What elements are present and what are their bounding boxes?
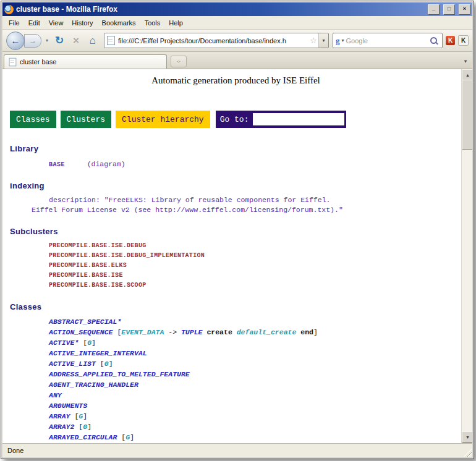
indexing-line: description: "FreeELKS: Library of reusa…	[49, 195, 462, 205]
library-base-link[interactable]: BASE	[49, 161, 65, 168]
subcluster-link[interactable]: PRECOMPILE.BASE.ISE	[49, 271, 462, 281]
class-link[interactable]: TUPLE	[181, 328, 203, 336]
class-link[interactable]: ARRAY2	[49, 423, 74, 431]
class-entry: ABSTRACT_SPECIAL*	[49, 316, 462, 327]
goto-input[interactable]	[253, 113, 344, 125]
status-text: Done	[7, 447, 23, 454]
title-bar[interactable]: cluster base - Mozilla Firefox _ □ ×	[2, 2, 472, 16]
class-signature-text: [	[74, 423, 83, 431]
url-dropdown-icon[interactable]: ▾	[318, 33, 328, 48]
list-all-tabs-icon[interactable]: ▾	[460, 55, 471, 67]
class-link[interactable]: ACTIVE_INTEGER_INTERVAL	[49, 349, 147, 357]
class-link[interactable]: ACTIVE_LIST	[49, 360, 96, 368]
subcluster-list: PRECOMPILE.BASE.ISE.DEBUGPRECOMPILE.BASE…	[49, 241, 462, 290]
class-link[interactable]: ACTION_SEQUENCE	[49, 328, 113, 336]
class-link[interactable]: ABSTRACT_SPECIAL*	[49, 318, 121, 326]
maximize-button[interactable]: □	[443, 4, 455, 15]
history-dropdown-icon[interactable]: ▾	[44, 38, 50, 43]
class-entry: ARRAYED_CIRCULAR [G]	[49, 432, 462, 442]
class-entry: ACTIVE_INTEGER_INTERVAL	[49, 348, 462, 358]
extension-k-icon[interactable]: K	[458, 35, 469, 46]
indexing-block: description: "FreeELKS: Library of reusa…	[10, 195, 462, 215]
search-icon[interactable]	[430, 37, 437, 44]
search-engine-dropdown-icon[interactable]: ▾	[342, 38, 344, 43]
goto-label: Go to:	[216, 115, 253, 124]
menu-item-bookmarks[interactable]: Bookmarks	[98, 17, 140, 28]
clusters-button[interactable]: Clusters	[61, 111, 111, 128]
class-signature-text: ->	[164, 328, 181, 336]
class-signature-text: ]	[87, 423, 91, 431]
class-signature-text: [	[117, 433, 125, 441]
class-signature-text: ]	[313, 328, 318, 336]
class-link[interactable]: ARRAY	[49, 412, 70, 420]
generic-parameter-link[interactable]: default_create	[237, 328, 297, 336]
status-bar: Done	[2, 443, 472, 457]
resize-grip[interactable]	[464, 449, 472, 457]
stop-icon[interactable]: ×	[69, 33, 83, 48]
class-signature-text: [	[96, 360, 104, 368]
minimize-button[interactable]: _	[428, 4, 440, 15]
document-page: Automatic generation produced by ISE Eif…	[2, 69, 462, 443]
class-entry: AGENT_TRACING_HANDLER	[49, 379, 462, 390]
tab-strip-stub: ⁘	[171, 56, 187, 67]
doc-nav-buttons: Classes Clusters Cluster hierarchy Go to…	[10, 111, 462, 128]
menu-item-edit[interactable]: Edit	[24, 17, 45, 28]
class-signature-text: ]	[109, 360, 113, 368]
class-entry: ANY	[49, 390, 462, 400]
menu-item-history[interactable]: History	[67, 17, 97, 28]
classes-button[interactable]: Classes	[10, 111, 56, 128]
class-entry: ARGUMENTS	[49, 400, 462, 411]
close-button[interactable]: ×	[459, 4, 470, 15]
class-link[interactable]: ARGUMENTS	[49, 402, 87, 410]
menu-bar: FileEditViewHistoryBookmarksToolsHelp	[2, 16, 472, 30]
search-input[interactable]: Google	[346, 37, 428, 44]
url-input[interactable]: file:///C:/Eiffel Projects/tour/Document…	[118, 37, 308, 44]
library-diagram-link[interactable]: (diagram)	[87, 160, 125, 168]
bookmark-star-icon[interactable]: ☆	[310, 36, 317, 45]
forward-button[interactable]: →	[24, 34, 41, 48]
page-banner: Automatic generation produced by ISE Eif…	[10, 75, 462, 86]
window-title: cluster base - Mozilla Firefox	[16, 5, 424, 14]
library-entry: BASE (diagram)	[49, 158, 462, 169]
content-area: Automatic generation produced by ISE Eif…	[2, 69, 472, 443]
navigation-toolbar: ← → ▾ ↻ × ⌂ file:///C:/Eiffel Projects/t…	[2, 30, 472, 52]
back-button[interactable]: ←	[6, 32, 25, 50]
url-bar[interactable]: file:///C:/Eiffel Projects/tour/Document…	[104, 33, 329, 48]
eiffel-keyword: create	[206, 328, 232, 336]
menu-item-file[interactable]: File	[4, 17, 24, 28]
class-signature-text: ]	[91, 339, 96, 347]
class-link[interactable]: ACTIVE*	[49, 339, 79, 347]
subcluster-link[interactable]: PRECOMPILE.BASE.ISE.DEBUG	[49, 241, 462, 251]
scrollbar-thumb[interactable]	[462, 80, 472, 150]
subclusters-heading: Subclusters	[10, 227, 462, 236]
firefox-icon	[4, 5, 14, 14]
menu-item-help[interactable]: Help	[164, 17, 187, 28]
vertical-scrollbar[interactable]: ▲ ▼	[461, 69, 472, 443]
cluster-hierarchy-button[interactable]: Cluster hierarchy	[116, 111, 210, 128]
generic-parameter-link[interactable]: G	[87, 339, 91, 347]
home-icon[interactable]: ⌂	[85, 33, 100, 48]
indexing-heading: indexing	[10, 181, 462, 190]
page-favicon	[107, 36, 115, 45]
class-entry: ARRAY [G]	[49, 411, 462, 421]
generic-parameter-link[interactable]: G	[104, 360, 109, 368]
class-link[interactable]: ANY	[49, 391, 62, 399]
subcluster-link[interactable]: PRECOMPILE.BASE.ISE.SCOOP	[49, 281, 462, 290]
menu-item-view[interactable]: View	[45, 17, 68, 28]
class-entry: ACTIVE* [G]	[49, 337, 462, 348]
refresh-icon[interactable]: ↻	[52, 33, 67, 48]
subcluster-link[interactable]: PRECOMPILE.BASE.ISE.DEBUG_IMPLEMENTATION	[49, 251, 462, 261]
scroll-down-icon[interactable]: ▼	[462, 431, 472, 443]
class-link[interactable]: ADDRESS_APPLIED_TO_MELTED_FEATURE	[49, 370, 190, 378]
menu-item-tools[interactable]: Tools	[140, 17, 165, 28]
class-link[interactable]: ARRAYED_CIRCULAR	[49, 433, 117, 441]
tab-cluster-base[interactable]: cluster base	[4, 54, 167, 69]
class-signature-text	[232, 328, 237, 336]
google-logo-icon: g	[336, 36, 340, 44]
class-signature-text: [	[79, 339, 87, 347]
class-link[interactable]: AGENT_TRACING_HANDLER	[49, 381, 138, 389]
search-bar[interactable]: g ▾ Google	[333, 33, 443, 48]
subcluster-link[interactable]: PRECOMPILE.BASE.ELKS	[49, 261, 462, 271]
extension-red-icon[interactable]: K	[446, 36, 455, 45]
generic-parameter-link[interactable]: EVENT_DATA	[121, 328, 164, 336]
